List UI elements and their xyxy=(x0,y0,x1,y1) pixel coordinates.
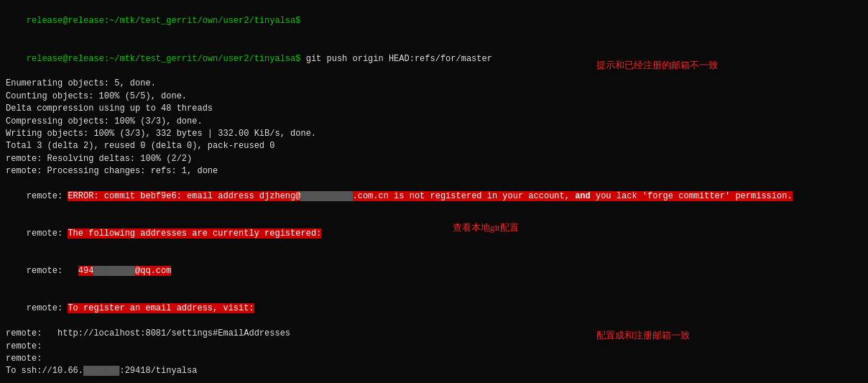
annotation-email-mismatch: 提示和已经注册的邮箱不一致 xyxy=(596,59,718,73)
terminal-line: Delta compression using up to 48 threads xyxy=(6,103,862,115)
terminal-line: remote: xyxy=(6,341,862,353)
error-line: remote: The following addresses are curr… xyxy=(6,216,862,253)
error-line: remote: ERROR: commit bebf9e6: email add… xyxy=(6,177,862,215)
prompt: release@release:~/mtk/test_gerrit/own/us… xyxy=(27,16,301,26)
error-line: remote: To register an email address, vi… xyxy=(6,290,862,328)
terminal-line: Counting objects: 100% (5/5), done. xyxy=(6,91,862,103)
terminal-line: remote: xyxy=(6,353,862,365)
terminal-line: remote: Processing changes: refs: 1, don… xyxy=(6,165,862,177)
terminal-line: To ssh://10.66.███████:29418/tinyalsa xyxy=(6,365,862,377)
annotation-git-config: 查看本地git配置 xyxy=(453,221,519,235)
annotation-email-match: 配置成和注册邮箱一致 xyxy=(596,329,690,343)
terminal-line: Enumerating objects: 5, done. xyxy=(6,78,862,90)
terminal-line: remote: Resolving deltas: 100% (2/2) xyxy=(6,153,862,165)
terminal-line: Total 3 (delta 2), reused 0 (delta 0), p… xyxy=(6,140,862,152)
terminal-line: ! [remote rejected] HEAD -> refs/for/mas… xyxy=(6,378,862,383)
terminal-line: Compressing objects: 100% (3/3), done. xyxy=(6,116,862,128)
terminal-line: release@release:~/mtk/test_gerrit/own/us… xyxy=(6,40,862,78)
terminal-line: remote: http://localhost:8081/settings#E… xyxy=(6,328,862,340)
terminal-line: Writing objects: 100% (3/3), 332 bytes |… xyxy=(6,128,862,140)
terminal-line: release@release:~/mtk/test_gerrit/own/us… xyxy=(6,3,862,40)
error-line: remote: 494████████@qq.com xyxy=(6,253,862,290)
terminal-window: release@release:~/mtk/test_gerrit/own/us… xyxy=(0,0,868,383)
